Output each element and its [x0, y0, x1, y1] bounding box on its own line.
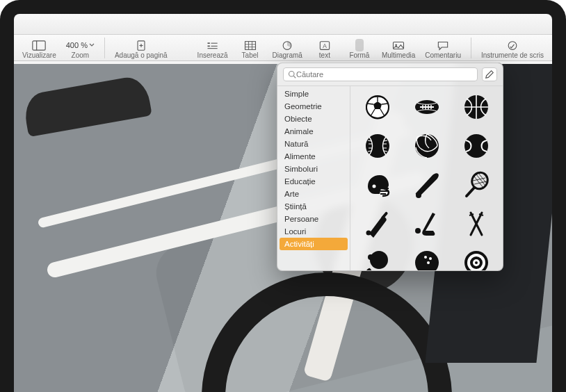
- app-window: Vizualizare 400 % Zoom Adaugă o pagină I…: [14, 14, 552, 392]
- shape-category-item[interactable]: Știință: [277, 200, 350, 213]
- add-page-label: Adaugă o pagină: [115, 51, 168, 59]
- shapes-search-field[interactable]: [283, 67, 478, 81]
- shape-category-item[interactable]: Educație: [277, 175, 350, 188]
- svg-point-23: [289, 72, 295, 77]
- hockey-stick-shape[interactable]: [410, 209, 444, 239]
- text-icon: A: [318, 39, 332, 51]
- svg-rect-10: [245, 41, 255, 49]
- tennis-racket-shape[interactable]: [460, 170, 493, 200]
- svg-point-47: [416, 193, 421, 198]
- zoom-value: 400 %: [66, 39, 95, 51]
- chart-button[interactable]: Diagramă: [270, 38, 305, 59]
- svg-rect-62: [366, 268, 373, 270]
- bowling-ball-shape[interactable]: [410, 247, 444, 270]
- table-button[interactable]: Tabel: [235, 38, 266, 59]
- comment-icon: [436, 39, 450, 51]
- tennis-ball-shape[interactable]: [460, 131, 493, 161]
- text-button[interactable]: A text: [309, 38, 340, 59]
- svg-line-24: [293, 76, 296, 78]
- shape-category-item[interactable]: Simboluri: [277, 163, 350, 175]
- baseball-bat-shape[interactable]: [410, 170, 444, 200]
- svg-point-21: [395, 44, 397, 45]
- zoom-label: Zoom: [72, 51, 90, 59]
- ping-pong-shape[interactable]: [361, 247, 394, 270]
- football-shape[interactable]: [410, 92, 444, 122]
- comment-button[interactable]: Comentariu: [422, 38, 464, 59]
- media-icon: [391, 39, 405, 51]
- svg-rect-7: [207, 45, 209, 47]
- chevron-down-icon: [89, 43, 95, 47]
- markup-icon: [506, 39, 519, 51]
- markup-button[interactable]: Instrumente de scris: [478, 38, 547, 59]
- svg-point-65: [424, 256, 427, 259]
- shape-category-item[interactable]: Locuri: [277, 225, 350, 238]
- shapes-popover: SimpleGeometrieObiecteAnimaleNaturăAlime…: [277, 63, 503, 271]
- shape-label: Formă: [349, 51, 369, 59]
- shapes-edit-button[interactable]: [482, 67, 497, 81]
- shape-category-item[interactable]: Obiecte: [277, 113, 350, 125]
- svg-point-63: [368, 254, 373, 260]
- view-icon: [32, 39, 46, 51]
- svg-point-46: [372, 185, 375, 188]
- shape-category-item[interactable]: Arte: [277, 188, 350, 200]
- comment-label: Comentariu: [425, 51, 461, 59]
- svg-point-22: [508, 41, 517, 49]
- svg-point-64: [415, 251, 439, 270]
- view-label: Vizualizare: [22, 51, 56, 59]
- svg-line-49: [474, 177, 483, 188]
- insert-label: Inserează: [197, 51, 228, 59]
- shape-button[interactable]: Formă: [344, 38, 375, 59]
- shape-category-item[interactable]: Activități: [280, 238, 348, 250]
- shape-icon: [355, 39, 364, 51]
- add-page-icon: [134, 39, 148, 51]
- svg-point-61: [370, 251, 388, 269]
- toolbar-divider: [104, 38, 105, 58]
- cricket-bat-shape[interactable]: [361, 209, 394, 239]
- basketball-shape[interactable]: [460, 92, 493, 122]
- shape-category-item[interactable]: Alimente: [277, 150, 350, 163]
- svg-rect-5: [207, 42, 209, 44]
- insert-icon: [206, 39, 220, 51]
- window-titlebar: [14, 14, 552, 35]
- shape-category-list[interactable]: SimpleGeometrieObiecteAnimaleNaturăAlime…: [277, 86, 350, 270]
- svg-point-45: [464, 134, 488, 158]
- shape-category-item[interactable]: Persoane: [277, 213, 350, 225]
- svg-point-72: [475, 261, 478, 264]
- table-label: Tabel: [242, 51, 259, 59]
- view-button[interactable]: Vizualizare: [19, 38, 59, 59]
- chart-icon: [280, 39, 294, 51]
- shapes-search-input[interactable]: [296, 70, 473, 79]
- svg-rect-0: [33, 40, 45, 49]
- add-page-button[interactable]: Adaugă o pagină: [112, 38, 170, 59]
- media-button[interactable]: Multimedia: [379, 38, 418, 59]
- football-helmet-shape[interactable]: [361, 170, 394, 200]
- zoom-control[interactable]: 400 % Zoom: [63, 38, 97, 59]
- search-icon: [288, 70, 296, 79]
- volleyball-shape[interactable]: [410, 131, 444, 161]
- shape-category-item[interactable]: Geometrie: [277, 100, 350, 113]
- markup-label: Instrumente de scris: [481, 51, 544, 59]
- svg-line-53: [474, 181, 487, 184]
- svg-point-67: [427, 261, 430, 264]
- svg-text:A: A: [323, 42, 327, 49]
- baseball-shape[interactable]: [361, 131, 394, 161]
- insert-button[interactable]: Inserează: [195, 38, 231, 59]
- shape-category-item[interactable]: Natură: [277, 138, 350, 150]
- zoom-value-text: 400 %: [66, 41, 88, 49]
- pencil-icon: [485, 70, 494, 79]
- shape-category-item[interactable]: Simple: [277, 88, 350, 100]
- chart-label: Diagramă: [273, 51, 302, 59]
- soccer-ball-shape[interactable]: [361, 92, 394, 122]
- toolbar-divider-2: [471, 38, 471, 58]
- shapes-search-row: [277, 63, 503, 85]
- svg-point-66: [429, 257, 432, 260]
- target-shape[interactable]: [460, 247, 493, 270]
- shapes-body: SimpleGeometrieObiecteAnimaleNaturăAlime…: [277, 85, 503, 270]
- toolbar: Vizualizare 400 % Zoom Adaugă o pagină I…: [14, 35, 552, 61]
- shape-grid[interactable]: [350, 86, 503, 270]
- shape-category-item[interactable]: Animale: [277, 125, 350, 138]
- ski-poles-shape[interactable]: [460, 209, 493, 239]
- svg-point-56: [415, 228, 421, 234]
- table-icon: [243, 39, 257, 51]
- svg-point-55: [366, 231, 371, 236]
